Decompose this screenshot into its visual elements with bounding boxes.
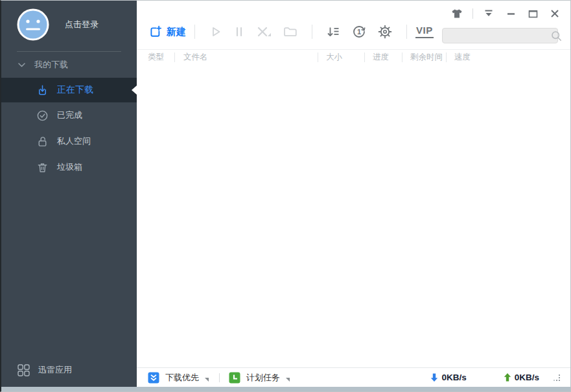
sidebar-item-downloading[interactable]: 正在下载: [1, 78, 137, 102]
chevron-down-icon: [18, 63, 25, 67]
window-controls: [450, 7, 561, 20]
window-bottom-edge: [1, 387, 570, 391]
trash-icon: [36, 161, 49, 174]
sidebar-footer-label: 迅雷应用: [38, 364, 72, 376]
sidebar-item-private-space[interactable]: 私人空间: [1, 128, 137, 154]
statusbar-divider: [219, 373, 220, 382]
column-header-progress[interactable]: 进度: [364, 52, 402, 62]
upload-arrow-icon: [503, 373, 512, 382]
login-label[interactable]: 点击登录: [65, 19, 99, 30]
column-header-size[interactable]: 大小: [318, 52, 364, 62]
titlebar-divider: [472, 8, 473, 19]
topbar: 新建: [137, 1, 570, 49]
close-button[interactable]: [548, 7, 561, 20]
open-folder-button[interactable]: [277, 25, 303, 39]
column-header-remaining[interactable]: 剩余时间: [402, 52, 446, 62]
scheduled-tasks-icon: [229, 372, 240, 384]
pause-icon: [233, 25, 245, 39]
sort-icon: [326, 25, 341, 39]
toolbar-divider: [194, 25, 195, 39]
close-icon: [551, 10, 559, 17]
check-circle-icon: [36, 110, 49, 122]
sidebar-section-label: 我的下载: [34, 59, 68, 71]
delete-x-icon: [255, 25, 272, 39]
dropdown-caret-icon: [205, 378, 209, 382]
sidebar-item-completed[interactable]: 已完成: [1, 102, 137, 128]
download-priority-icon: [148, 372, 159, 384]
sidebar-item-thunder-apps[interactable]: 迅雷应用: [1, 353, 137, 387]
login-area[interactable]: 点击登录: [1, 1, 137, 47]
main-area: 新建: [137, 1, 570, 387]
start-task-button[interactable]: [204, 25, 228, 39]
search-icon[interactable]: [551, 30, 562, 41]
circled-one-refresh-icon: 1: [351, 24, 367, 40]
toolbar-divider: [406, 25, 407, 39]
column-header-type[interactable]: 类型: [137, 52, 174, 62]
settings-button[interactable]: [372, 24, 398, 40]
sidebar-item-label: 正在下载: [57, 84, 93, 96]
skin-theme-button[interactable]: [450, 7, 463, 20]
gear-icon: [377, 24, 393, 40]
delete-dropdown-arrow: [268, 33, 271, 36]
pause-task-button[interactable]: [228, 25, 250, 39]
scheduled-tasks-toggle[interactable]: 计划任务: [229, 372, 290, 384]
task-list-empty-area: [137, 64, 570, 367]
sidebar: 点击登录 我的下载 正在下载: [1, 1, 137, 387]
scheduled-tasks-label: 计划任务: [246, 372, 280, 384]
upload-speed: 0KB/s: [503, 373, 539, 382]
new-task-button[interactable]: 新建: [148, 25, 186, 39]
dropdown-caret-icon: [286, 378, 290, 382]
app-window: 点击登录 我的下载 正在下载: [0, 0, 571, 392]
tshirt-icon: [451, 8, 463, 19]
sidebar-nav: 正在下载 已完成 私人空间: [1, 78, 137, 180]
sidebar-item-trash[interactable]: 垃圾箱: [1, 154, 137, 180]
upload-speed-value: 0KB/s: [515, 373, 539, 382]
search-box: [442, 28, 558, 43]
resize-grip[interactable]: [554, 375, 560, 381]
play-icon: [209, 25, 223, 39]
search-input[interactable]: [443, 31, 551, 40]
sidebar-item-label: 垃圾箱: [57, 161, 82, 173]
sidebar-item-label: 私人空间: [57, 135, 91, 147]
svg-text:1: 1: [357, 28, 361, 36]
minimize-to-tray-button[interactable]: [482, 7, 495, 20]
selected-notch: [132, 86, 137, 95]
maximize-icon: [528, 10, 538, 18]
column-header-speed[interactable]: 速度: [446, 52, 570, 62]
folder-icon: [283, 25, 298, 39]
new-task-icon: [148, 25, 162, 39]
download-priority-label: 下载优先: [165, 372, 199, 384]
tray-arrow-icon: [484, 10, 493, 17]
download-arrow-icon: [430, 373, 439, 382]
one-click-button[interactable]: 1: [346, 24, 372, 40]
maximize-button[interactable]: [526, 7, 539, 20]
delete-task-button[interactable]: [250, 25, 277, 39]
unlock-icon: [36, 135, 49, 148]
vip-button[interactable]: VIP: [415, 25, 434, 38]
avatar[interactable]: [17, 8, 49, 41]
toolbar: 新建: [148, 24, 434, 40]
status-bar: 下载优先 计划任务 0KB/s: [137, 367, 570, 387]
column-header-filename[interactable]: 文件名: [174, 52, 318, 62]
apps-grid-icon: [17, 363, 30, 377]
sidebar-section-my-downloads[interactable]: 我的下载: [1, 52, 137, 78]
minimize-button[interactable]: [504, 7, 517, 20]
download-speed: 0KB/s: [430, 373, 466, 382]
download-speed-value: 0KB/s: [441, 373, 466, 382]
download-icon: [36, 84, 49, 97]
toolbar-divider: [312, 25, 312, 39]
sort-tasks-button[interactable]: [321, 25, 346, 39]
sidebar-item-label: 已完成: [57, 110, 82, 121]
download-priority-toggle[interactable]: 下载优先: [148, 372, 209, 384]
smiley-avatar-icon: [17, 8, 49, 41]
new-task-label: 新建: [167, 26, 186, 38]
minimize-icon: [507, 10, 515, 17]
task-list-header: 类型 文件名 大小 进度 剩余时间 速度: [137, 49, 570, 64]
